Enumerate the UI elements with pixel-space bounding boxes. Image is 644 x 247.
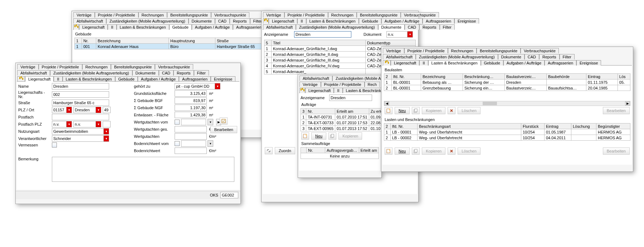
- tab-projekte[interactable]: Projekte / Projektteile: [284, 12, 328, 18]
- dd-dokument[interactable]: ▾: [407, 31, 413, 38]
- dd-nutzung[interactable]: ▾: [103, 128, 109, 135]
- table-auftraege[interactable]: 3Nr.Erteilt amZu erle 1TA-INT-0073101.07…: [301, 108, 385, 131]
- tab-verbrauch[interactable]: Verbrauchspunkte: [155, 64, 193, 69]
- table-baulasten[interactable]: 2 lfd. Nr. Bezeichnung Beschränkung… Bau…: [384, 73, 630, 91]
- input-brvom[interactable]: [181, 140, 206, 147]
- scroll-right-icon[interactable]: ▶: [625, 101, 630, 106]
- input-br[interactable]: [175, 147, 207, 154]
- tab-reports[interactable]: Reports: [230, 18, 250, 24]
- table-lasten[interactable]: 2 lfd. Nr. Beschränkungsart Flurstück Ei…: [384, 123, 630, 141]
- table-row[interactable]: 1BL-00001Bebauung als …Sicherung der …Dr…: [384, 79, 630, 85]
- loeschen-button[interactable]: Löschen: [458, 107, 480, 114]
- input-pfplz[interactable]: [52, 121, 66, 127]
- delete-icon[interactable]: [448, 147, 455, 155]
- tab-ii[interactable]: II: [334, 88, 342, 93]
- tab-lasten[interactable]: Lasten & Beschränkungen: [306, 18, 359, 24]
- input-pfcode[interactable]: [103, 121, 111, 127]
- textarea-bemerkung[interactable]: [52, 157, 234, 182]
- tab-cad[interactable]: CAD: [405, 24, 419, 30]
- tab-projekte[interactable]: Projekte / Projektteile: [95, 12, 138, 18]
- tab-ereignisse[interactable]: Ereignisse: [454, 18, 479, 24]
- tab-bereitstellung[interactable]: Bereitstellungspunkte: [357, 12, 401, 18]
- tab-cad[interactable]: CAD: [215, 18, 230, 24]
- tab-verbrauch[interactable]: Verbrauchspunkte: [211, 12, 249, 18]
- input-entw[interactable]: [175, 112, 207, 118]
- input-nutzung[interactable]: [52, 128, 103, 135]
- copy-icon[interactable]: [412, 107, 420, 114]
- tab-bereitstellung[interactable]: Bereitstellungspunkte: [477, 48, 521, 53]
- kopieren-button[interactable]: Kopieren: [338, 132, 362, 140]
- input-wgges[interactable]: [175, 126, 207, 132]
- table-row[interactable]: 1LB - 00001Weg- und Überfahrtrecht10/254…: [384, 129, 630, 135]
- bearbeiten-button[interactable]: Bearbeiten: [603, 147, 630, 155]
- tab-lasten[interactable]: Lasten & Beschränkungen: [117, 24, 169, 30]
- new-icon[interactable]: [385, 147, 392, 155]
- tab-aufgaben[interactable]: Aufgaben / Aufträge: [381, 18, 423, 24]
- col-strasse[interactable]: Straße: [215, 38, 269, 44]
- edit-icon-button[interactable]: [220, 117, 228, 125]
- neu-button[interactable]: Neu: [395, 107, 410, 114]
- checkbox-vermessen[interactable]: [52, 142, 57, 147]
- input-wg[interactable]: [175, 133, 207, 140]
- input-grundfl[interactable]: [175, 90, 207, 97]
- tab-rechnungen[interactable]: Rechnungen: [328, 12, 357, 18]
- tab-ereignisse[interactable]: Ereignisse: [576, 60, 601, 66]
- input-ort[interactable]: [73, 107, 96, 113]
- input-name[interactable]: [52, 83, 109, 89]
- tab-filter[interactable]: Filter: [194, 70, 209, 76]
- input-dokument[interactable]: [386, 31, 407, 38]
- dd-ort[interactable]: ▾: [96, 107, 101, 113]
- tab-gebaeude[interactable]: Gebäude: [481, 60, 503, 66]
- tab-liegenschaft[interactable]: Liegenschaft: [25, 76, 54, 82]
- tab-cad[interactable]: CAD: [159, 70, 174, 76]
- tab-rech[interactable]: Rech: [365, 82, 380, 87]
- scroll-left-icon[interactable]: ◀: [384, 101, 389, 106]
- tab-bereitstellung[interactable]: Bereitstellungspunkte: [111, 64, 155, 69]
- dd-gehoertzu[interactable]: ▾: [215, 83, 220, 89]
- tab-vertraege[interactable]: Verträge: [383, 48, 404, 53]
- input-ortcode[interactable]: [103, 107, 111, 113]
- tab-vertraege[interactable]: Verträge: [263, 12, 284, 18]
- tab-ii[interactable]: II: [54, 76, 62, 82]
- tab-liegenschaft[interactable]: Liegenschaft: [305, 88, 334, 93]
- input-pfort[interactable]: [73, 121, 96, 127]
- table-row[interactable]: 3TA-EXT-0096501.07.2013 17:5201.10: [301, 126, 385, 131]
- tab-auftragsserien[interactable]: Auftragsserien: [233, 24, 265, 30]
- chk-wgvom[interactable]: [175, 120, 180, 125]
- input-ngf[interactable]: [175, 105, 207, 111]
- tab-gebaeude[interactable]: Gebäude: [169, 24, 192, 30]
- tab-vertraege[interactable]: Verträge: [73, 12, 95, 18]
- bearbeiten-button[interactable]: Bearbeiten: [210, 126, 237, 133]
- tab-bereitstellung[interactable]: Bereitstellungspunkte: [167, 12, 211, 18]
- tab-chart-icon[interactable]: [17, 76, 25, 82]
- dd-pfplz[interactable]: ▾: [66, 121, 72, 127]
- table-gebaeude[interactable]: 1 Nr. Bezeichnung Hauptnutzung Straße 1 …: [74, 38, 269, 49]
- table-row[interactable]: 1TA-INT-0073101.07.2010 17:5101.09.: [301, 114, 385, 120]
- dd-pfort[interactable]: ▾: [96, 121, 101, 127]
- col-idx[interactable]: 1: [75, 38, 82, 44]
- dd-verantw[interactable]: ▾: [103, 135, 109, 142]
- tab-abfall[interactable]: Abfallwirtschaft: [263, 24, 296, 30]
- tab-zustaendig[interactable]: Zuständigkeiten (Mobile Auftragsverteilu…: [106, 18, 189, 24]
- zuordnen-button[interactable]: Zuordn: [275, 147, 295, 154]
- tab-zustaendig[interactable]: Zuständigkeiten (Mobile Auftragsverteilu…: [416, 54, 498, 59]
- tab-projekte[interactable]: Projekte / Projektteile: [321, 82, 365, 87]
- tab-zustaendig[interactable]: Zuständigkeiten (Mobile Auftragsverteilu…: [296, 24, 378, 30]
- input-bgf[interactable]: [175, 97, 207, 104]
- tab-aufgaben[interactable]: Aufgaben / Aufträge: [503, 60, 545, 66]
- tab-ii[interactable]: II: [108, 24, 116, 30]
- input-anzeigename[interactable]: [294, 31, 351, 38]
- tab-lasten[interactable]: Lasten & Beschränkungen: [63, 76, 115, 82]
- tab-projekte[interactable]: Projekte / Projektteile: [404, 48, 448, 53]
- tab-abfall[interactable]: Abfallwirtschaft: [299, 76, 332, 81]
- tab-abfall[interactable]: Abfallwirtschaft: [73, 18, 106, 24]
- tab-cad[interactable]: CAD: [525, 54, 539, 59]
- neu-button[interactable]: Neu: [395, 147, 410, 155]
- kopieren-button[interactable]: Kopieren: [422, 107, 445, 114]
- input-anzeigename[interactable]: [329, 95, 372, 101]
- table-row[interactable]: 2BL-00001GrenzbebauungSicherung ein…Baul…: [384, 85, 630, 91]
- tab-liegenschaft[interactable]: Liegenschaft: [79, 24, 108, 30]
- tab-abfall[interactable]: Abfallwirtschaft: [383, 54, 416, 59]
- tab-verbrauch[interactable]: Verbrauchspunkte: [401, 12, 439, 18]
- tab-rechnungen[interactable]: Rechnungen: [138, 12, 167, 18]
